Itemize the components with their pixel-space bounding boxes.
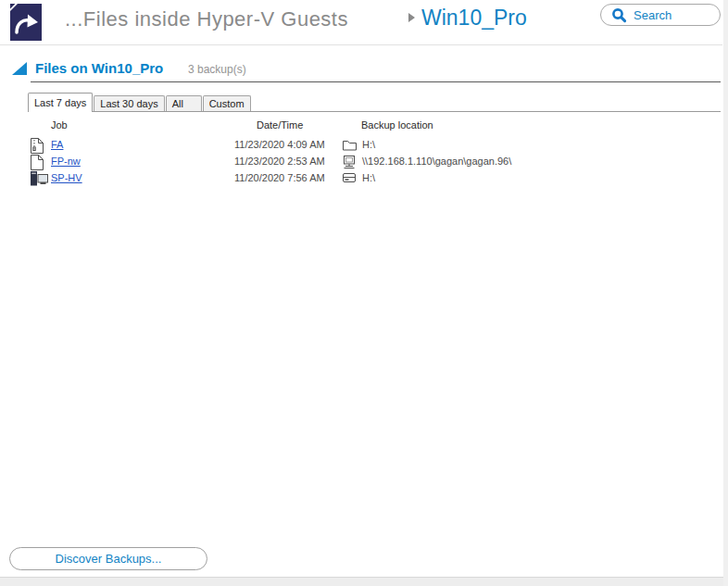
backup-location: \\192.168.1.110\gagan\gagan.96\: [362, 156, 511, 167]
collapse-triangle-icon[interactable]: [11, 61, 28, 76]
job-link-cell: SP-HV: [51, 172, 82, 183]
job-link-cell: FP-nw: [51, 156, 81, 167]
breadcrumb-arrow-icon: [408, 13, 415, 22]
header-bar: ...Files inside Hyper-V Guests Win10_Pro…: [0, 0, 722, 45]
backup-location: H:\: [362, 139, 375, 150]
app-logo-icon: [9, 3, 43, 42]
network-computer-icon: [342, 155, 358, 169]
column-header-job: Job: [51, 119, 68, 131]
job-link-cell: FA: [51, 139, 63, 150]
tab-last-30-days[interactable]: Last 30 days: [94, 95, 164, 111]
tab-last-7-days[interactable]: Last 7 days: [28, 93, 93, 112]
hard-drive-icon: [342, 171, 358, 186]
search-icon: [611, 7, 627, 23]
section-title: Files on Win10_Pro: [35, 60, 163, 76]
column-header-datetime: Date/Time: [257, 119, 303, 131]
document-icon: [30, 154, 46, 170]
table-row: FP-nw 11/23/2020 2:53 AM \\192.168.1.110…: [0, 154, 721, 170]
backup-location: H:\: [362, 172, 375, 183]
tab-bar: Last 7 days Last 30 days All Custom: [28, 93, 721, 112]
backup-count: 3 backup(s): [188, 63, 246, 76]
tab-custom[interactable]: Custom: [203, 95, 251, 111]
tab-all[interactable]: All: [166, 95, 202, 111]
section-divider: [31, 81, 721, 82]
backup-app-window: ...Files inside Hyper-V Guests Win10_Pro…: [0, 0, 728, 586]
table-row: SP-HV 11/20/2020 7:56 AM H:\: [0, 170, 721, 187]
zip-file-icon: [30, 137, 46, 154]
bottom-window-strip: [0, 577, 728, 586]
search-button[interactable]: Search: [600, 4, 721, 26]
backup-datetime: 11/20/2020 7:56 AM: [234, 172, 325, 183]
right-window-strip: [723, 0, 728, 586]
job-link[interactable]: SP-HV: [51, 172, 82, 183]
table-row: FA 11/23/2020 4:09 AM H:\: [0, 137, 721, 154]
job-link[interactable]: FP-nw: [51, 156, 81, 167]
search-button-label: Search: [634, 8, 672, 22]
breadcrumb[interactable]: ...Files inside Hyper-V Guests: [65, 7, 348, 31]
column-header-backup-location: Backup location: [361, 119, 433, 131]
folder-icon: [342, 138, 358, 153]
job-link[interactable]: FA: [51, 139, 63, 150]
backup-datetime: 11/23/2020 4:09 AM: [234, 139, 325, 150]
discover-backups-button[interactable]: Discover Backups...: [9, 547, 207, 570]
page-title: Win10_Pro: [421, 6, 527, 31]
computer-icon: [30, 170, 46, 187]
backup-datetime: 11/23/2020 2:53 AM: [234, 156, 325, 167]
